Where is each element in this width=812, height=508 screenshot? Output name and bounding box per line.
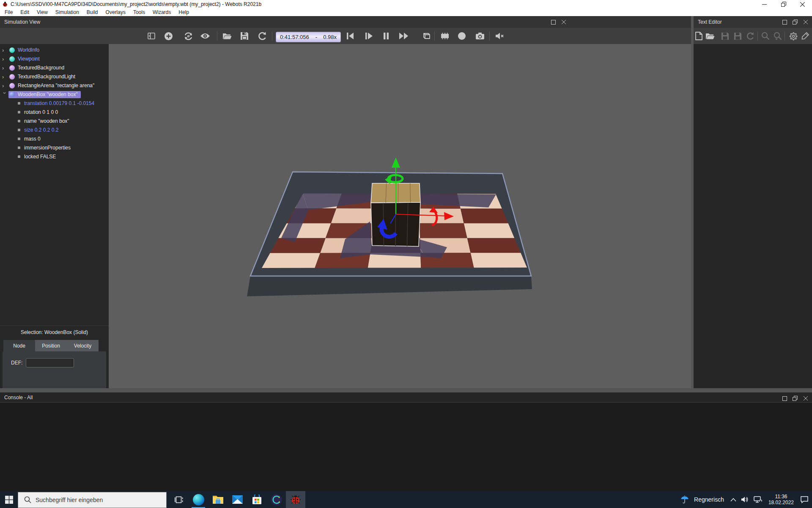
close-panel-button[interactable] <box>802 395 809 402</box>
pause-button[interactable] <box>380 30 392 42</box>
chevron-up-icon[interactable] <box>730 498 736 502</box>
menu-tools[interactable]: Tools <box>129 8 149 16</box>
chevron-right-icon[interactable]: › <box>2 47 8 53</box>
chevron-down-icon[interactable]: › <box>2 92 8 99</box>
restore-button[interactable] <box>774 0 793 8</box>
microsoft-store-icon <box>252 494 262 505</box>
save-world-button[interactable] <box>238 30 251 42</box>
toggle-scene-tree-button[interactable] <box>145 30 158 42</box>
maximize-icon <box>551 20 556 25</box>
taskbar-app-file-explorer[interactable] <box>208 491 228 508</box>
show-rendering-eye-button[interactable] <box>199 30 211 42</box>
close-panel-button[interactable] <box>560 18 568 26</box>
restore-viewpoint-button[interactable] <box>182 30 195 42</box>
maximize-panel-button[interactable] <box>781 18 788 26</box>
tree-node-row[interactable]: ›TexturedBackground <box>0 64 109 72</box>
tree-node-row[interactable]: ›TexturedBackgroundLight <box>0 72 109 81</box>
weather-label[interactable]: Regnerisch <box>694 496 724 503</box>
menu-overlays[interactable]: Overlays <box>102 8 129 16</box>
maximize-panel-button[interactable] <box>781 395 788 402</box>
network-icon[interactable] <box>754 496 762 503</box>
save-as-button[interactable] <box>731 30 744 42</box>
3d-scene-canvas[interactable] <box>109 44 691 388</box>
tree-item-label: Viewpoint <box>18 56 40 62</box>
tab-velocity[interactable]: Velocity <box>67 340 99 351</box>
find-button[interactable] <box>759 30 772 42</box>
revert-file-button[interactable] <box>744 30 757 42</box>
minimize-button[interactable] <box>755 0 774 8</box>
add-node-button[interactable] <box>162 30 175 42</box>
tree-field-row[interactable]: rotation 0 1 0 0 <box>0 108 109 117</box>
open-world-button[interactable] <box>221 30 233 42</box>
tree-item-label: TexturedBackgroundLight <box>18 74 75 80</box>
rewind-icon <box>346 32 354 40</box>
tree-field-row[interactable]: mass 0 <box>0 135 109 144</box>
tree-field-row[interactable]: translation 0.00179 0.1 -0.0154 <box>0 99 109 108</box>
simulation-time-display[interactable]: 0:41:57:056 - 0.98x <box>276 32 341 42</box>
menu-build[interactable]: Build <box>83 8 102 16</box>
tree-node-row[interactable]: ›RectangleArena "rectangle arena" <box>0 81 109 90</box>
umbrella-weather-icon[interactable] <box>680 495 689 504</box>
menu-view[interactable]: View <box>33 8 52 16</box>
maximize-panel-button[interactable] <box>549 18 557 26</box>
reload-world-button[interactable] <box>256 30 269 42</box>
tab-position[interactable]: Position <box>35 340 67 351</box>
menu-edit[interactable]: Edit <box>16 8 33 16</box>
console-output[interactable] <box>0 403 812 491</box>
action-center-icon[interactable] <box>800 496 809 503</box>
chevron-right-icon[interactable]: › <box>2 74 8 80</box>
mute-sound-button[interactable] <box>494 30 506 42</box>
settings-button[interactable] <box>787 30 799 42</box>
menu-help[interactable]: Help <box>175 8 193 16</box>
text-editor-content[interactable] <box>694 44 812 392</box>
save-file-button[interactable] <box>719 30 731 42</box>
reload-icon <box>258 31 267 41</box>
record-animation-button[interactable] <box>455 30 468 42</box>
task-view-button[interactable] <box>169 491 189 508</box>
taskbar-app-webots[interactable] <box>286 491 305 508</box>
taskbar-search[interactable]: Suchbegriff hier eingeben <box>18 492 167 508</box>
chevron-right-icon[interactable]: › <box>2 65 8 71</box>
speaker-icon[interactable] <box>741 496 749 503</box>
find-next-button[interactable] <box>771 30 784 42</box>
3d-viewport[interactable] <box>109 44 691 388</box>
tab-node[interactable]: Node <box>3 340 35 351</box>
rewind-button[interactable] <box>344 30 357 42</box>
tree-field-row[interactable]: locked FALSE <box>0 152 109 161</box>
close-icon <box>804 396 808 400</box>
tree-field-row[interactable]: name "wooden box" <box>0 117 109 126</box>
taskbar-app-microsoft-store[interactable] <box>247 491 266 508</box>
field-bullet-icon <box>18 129 20 131</box>
menu-file[interactable]: File <box>1 8 16 16</box>
step-button[interactable] <box>362 30 375 42</box>
menu-wizards[interactable]: Wizards <box>149 8 175 16</box>
screenshot-button[interactable] <box>474 30 486 42</box>
tree-node-row[interactable]: ›Viewpoint <box>0 55 109 64</box>
chevron-right-icon[interactable]: › <box>2 83 8 89</box>
chevron-right-icon[interactable]: › <box>2 56 8 62</box>
close-button[interactable] <box>793 0 812 8</box>
tree-item-label: rotation 0 1 0 0 <box>24 109 58 115</box>
tree-node-row[interactable]: ›WorldInfo <box>0 46 109 55</box>
tree-field-row[interactable]: immersionProperties <box>0 144 109 152</box>
start-button[interactable] <box>0 491 18 508</box>
movie-button[interactable] <box>439 30 451 42</box>
vertical-splitter[interactable] <box>691 16 694 392</box>
restore-panel-button[interactable] <box>791 395 799 402</box>
new-file-button[interactable] <box>692 30 705 42</box>
fast-forward-button[interactable] <box>398 30 410 42</box>
taskbar-app-mail[interactable] <box>228 491 247 508</box>
horizontal-splitter[interactable] <box>0 388 812 392</box>
pen-button[interactable] <box>799 30 812 42</box>
menu-simulation[interactable]: Simulation <box>52 8 83 16</box>
rendering-mode-button[interactable] <box>420 30 432 42</box>
taskbar-app-edge[interactable] <box>189 491 208 508</box>
tree-node-row[interactable]: ›WoodenBox "wooden box" <box>0 90 109 99</box>
close-panel-button[interactable] <box>802 18 809 26</box>
open-file-button[interactable] <box>704 30 716 42</box>
def-input[interactable] <box>26 358 74 367</box>
taskbar-app-software-center[interactable] <box>266 491 286 508</box>
taskbar-clock[interactable]: 11:36 18.02.2022 <box>768 494 794 505</box>
tree-field-row[interactable]: size 0.2 0.2 0.2 <box>0 126 109 135</box>
restore-panel-button[interactable] <box>791 18 799 26</box>
